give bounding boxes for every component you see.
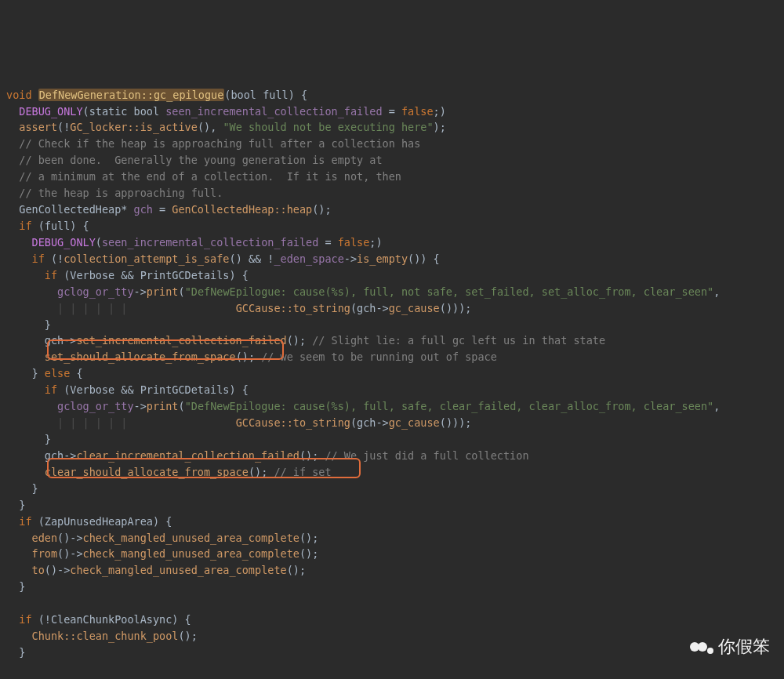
call-highlighted-1: set_should_allocate_from_space bbox=[45, 350, 236, 363]
t: = bbox=[318, 236, 337, 249]
t: ;) bbox=[369, 236, 382, 249]
wechat-icon bbox=[690, 638, 712, 655]
code-block: void DefNewGeneration::gc_epilogue(bool … bbox=[6, 71, 778, 679]
comment: // the heap is approaching full. bbox=[19, 187, 223, 199]
call: print bbox=[147, 400, 179, 412]
call-highlighted-2: clear_should_allocate_from_space bbox=[45, 466, 249, 478]
macro: DEBUG_ONLY bbox=[32, 236, 96, 249]
t: (gch-> bbox=[350, 302, 389, 314]
t: (); bbox=[249, 466, 274, 478]
t: (); bbox=[299, 547, 318, 560]
t: (full) { bbox=[32, 220, 89, 232]
kw: if bbox=[19, 515, 31, 528]
call: gc_cause bbox=[389, 302, 440, 314]
brace: } bbox=[19, 646, 25, 659]
watermark: 你假笨 bbox=[690, 634, 770, 660]
kw-void: void bbox=[6, 89, 32, 101]
kw: else bbox=[45, 367, 71, 379]
call: GCCause::to_string bbox=[236, 416, 350, 429]
call: Chunk::clean_chunk_pool bbox=[32, 630, 179, 642]
bool: false bbox=[338, 236, 370, 249]
t: ()-> bbox=[45, 564, 71, 576]
call: eden bbox=[32, 532, 58, 544]
brace: } bbox=[19, 499, 25, 511]
call: from bbox=[32, 547, 58, 560]
t: (ZapUnusedHeapArea) { bbox=[32, 515, 172, 528]
t: (Verbose && PrintGCDetails) { bbox=[57, 269, 249, 281]
t: ())); bbox=[440, 302, 472, 314]
t: gch-> bbox=[45, 334, 77, 347]
call: is_empty bbox=[357, 252, 408, 265]
call: clear_incremental_collection_failed bbox=[76, 449, 299, 462]
brace: } bbox=[45, 318, 51, 331]
t: ); bbox=[434, 121, 446, 133]
t: (); bbox=[312, 203, 331, 216]
comment: // Check if the heap is approaching full… bbox=[19, 137, 420, 150]
t: ()-> bbox=[57, 547, 83, 560]
fn: assert bbox=[19, 121, 57, 133]
t: (), bbox=[198, 121, 223, 133]
sig-params: (bool full) { bbox=[224, 89, 307, 101]
t bbox=[134, 302, 236, 314]
t: (! bbox=[57, 121, 70, 133]
comment: // a minimum at the end of a collection.… bbox=[19, 170, 401, 183]
call: GCCause::to_string bbox=[236, 302, 350, 314]
t: (!CleanChunkPoolAsync) { bbox=[32, 613, 191, 626]
var: gclog_or_tty bbox=[57, 400, 134, 412]
t: (gch-> bbox=[350, 416, 389, 429]
t: (); bbox=[299, 532, 318, 544]
call: check_mangled_unused_area_complete bbox=[83, 547, 299, 560]
macro: DEBUG_ONLY bbox=[19, 105, 82, 118]
kw: if bbox=[45, 269, 57, 281]
t: } bbox=[32, 367, 45, 379]
call: collection_attempt_is_safe bbox=[64, 252, 229, 265]
t: = bbox=[383, 105, 401, 118]
t: ( bbox=[178, 400, 184, 412]
t: ())); bbox=[440, 416, 472, 429]
var: gclog_or_tty bbox=[57, 285, 134, 298]
t: { bbox=[70, 367, 82, 379]
brace: } bbox=[19, 580, 25, 593]
t: -> bbox=[134, 285, 147, 298]
t: ( bbox=[178, 285, 184, 298]
kw: if bbox=[19, 220, 31, 232]
brace: } bbox=[45, 433, 51, 445]
comment: // if set bbox=[274, 466, 331, 478]
kw: if bbox=[19, 613, 31, 626]
t: -> bbox=[344, 252, 357, 265]
watermark-text: 你假笨 bbox=[718, 634, 770, 660]
t: () && ! bbox=[230, 252, 274, 265]
t: -> bbox=[134, 400, 147, 412]
call: set_incremental_collection_failed bbox=[76, 334, 286, 347]
t: (); bbox=[299, 449, 325, 462]
call: GenCollectedHeap::heap bbox=[172, 203, 312, 216]
kw: if bbox=[32, 252, 45, 265]
call: check_mangled_unused_area_complete bbox=[70, 564, 286, 576]
call: print bbox=[147, 285, 179, 298]
call: gc_cause bbox=[389, 416, 440, 429]
call: GC_locker::is_active bbox=[70, 121, 198, 133]
t: = bbox=[153, 203, 172, 216]
t: ()-> bbox=[57, 532, 83, 544]
var: seen_incremental_collection_failed bbox=[165, 105, 382, 118]
t: (Verbose && PrintGCDetails) { bbox=[57, 383, 249, 396]
fn-name: DefNewGeneration::gc_epilogue bbox=[38, 89, 225, 101]
var: _eden_space bbox=[274, 252, 343, 265]
t: (); bbox=[287, 334, 313, 347]
str: "We should not be executing here" bbox=[223, 121, 433, 133]
indent: | | | | | | bbox=[57, 302, 134, 314]
comment: // been done. Generally the young genera… bbox=[19, 154, 382, 166]
str: "DefNewEpilogue: cause(%s), full, safe, … bbox=[185, 400, 714, 412]
indent: | | | | | | bbox=[57, 416, 134, 429]
t: GenCollectedHeap* bbox=[19, 203, 133, 216]
str: "DefNewEpilogue: cause(%s), full, not sa… bbox=[185, 285, 714, 298]
t: (); bbox=[287, 564, 306, 576]
var: gch bbox=[134, 203, 153, 216]
t: , bbox=[713, 285, 720, 298]
comment: // we seem to be running out of space bbox=[261, 350, 497, 363]
t: ( bbox=[96, 236, 102, 249]
t: (static bool bbox=[83, 105, 166, 118]
brace: } bbox=[32, 482, 38, 495]
var: seen_incremental_collection_failed bbox=[102, 236, 318, 249]
call: check_mangled_unused_area_complete bbox=[83, 532, 299, 544]
